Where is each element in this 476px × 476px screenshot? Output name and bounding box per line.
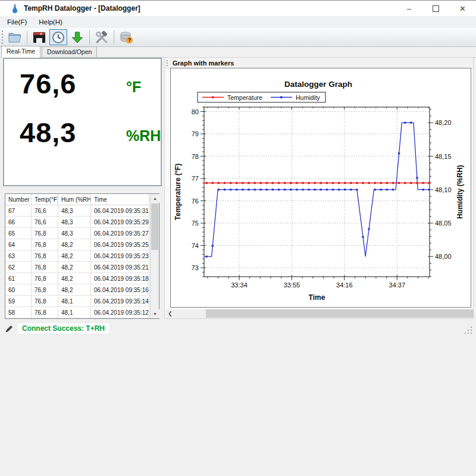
table-cell: 48,2 — [58, 273, 91, 284]
table-row[interactable]: 6076,848,206.04.2019 09:35:16 — [5, 284, 159, 296]
table-cell: 76,8 — [32, 239, 58, 250]
col-number[interactable]: Number — [5, 194, 32, 205]
svg-text:48,15: 48,15 — [435, 153, 452, 160]
graph-horizontal-scrollbar[interactable]: ❮ ❯ — [165, 309, 473, 318]
realtime-clock-button[interactable] — [49, 29, 67, 45]
scroll-down-icon[interactable]: ▼ — [151, 309, 159, 318]
svg-text:73: 73 — [192, 264, 199, 271]
table-row[interactable]: 6676,648,306.04.2019 09:35:29 — [5, 217, 159, 228]
table-cell: 06.04.2019 09:35:25 — [91, 239, 149, 250]
graph-panel: Graph with markers 737475767778798048,00… — [164, 57, 474, 319]
tools-settings-icon — [95, 30, 109, 45]
connector-pen-icon — [5, 324, 14, 333]
table-cell: 06.04.2019 09:35:16 — [91, 284, 149, 296]
svg-text:Time: Time — [309, 293, 325, 302]
temperature-unit: °F — [126, 79, 141, 96]
settings-tools-button[interactable] — [93, 29, 111, 45]
table-cell: 76,8 — [32, 262, 58, 273]
table-cell: 76,8 — [32, 284, 58, 296]
svg-text:75: 75 — [192, 220, 199, 227]
table-cell: 48,3 — [58, 205, 91, 217]
table-header: Number Temp(°F) Hum (%RH) Time — [5, 194, 159, 205]
svg-text:?: ? — [128, 37, 131, 43]
table-cell: 06.04.2019 09:35:31 — [91, 205, 149, 217]
save-button[interactable] — [30, 29, 48, 45]
device-info-button[interactable]: ? — [117, 29, 135, 45]
clock-realtime-icon — [51, 30, 65, 45]
table-cell: 48,2 — [58, 262, 91, 273]
toolbar-separator — [27, 30, 27, 45]
table-row[interactable]: 6776,648,306.04.2019 09:35:31 — [5, 205, 159, 217]
graph-panel-header: Graph with markers — [165, 58, 473, 68]
toolbar-grip[interactable] — [1, 30, 5, 45]
database-help-icon: ? — [119, 30, 133, 45]
scrollbar-thumb[interactable] — [151, 203, 158, 250]
svg-text:78: 78 — [192, 153, 199, 160]
table-cell: 65 — [5, 228, 32, 239]
table-cell: 76,8 — [32, 228, 58, 239]
scrollbar-thumb[interactable] — [206, 309, 474, 318]
maximize-icon — [433, 5, 439, 12]
table-cell: 06.04.2019 09:35:18 — [91, 273, 149, 284]
download-button[interactable] — [68, 29, 86, 45]
table-cell: 62 — [5, 262, 32, 273]
svg-text:34:16: 34:16 — [336, 281, 353, 289]
temperature-value: 76,6 — [20, 67, 76, 100]
table-cell: 48,3 — [58, 228, 91, 239]
svg-text:74: 74 — [192, 242, 199, 249]
save-floppy-icon — [32, 30, 46, 45]
svg-text:80: 80 — [192, 108, 199, 115]
svg-text:48,20: 48,20 — [435, 119, 452, 126]
svg-text:33:34: 33:34 — [231, 281, 248, 289]
tab-real-time[interactable]: Real-Time — [1, 46, 40, 58]
table-cell: 48,2 — [58, 239, 91, 250]
scrollbar-track[interactable] — [175, 309, 464, 318]
table-vertical-scrollbar[interactable]: ▲ ▼ — [150, 194, 159, 318]
live-readout-panel: 76,6 °F 48,3 %RH — [3, 58, 162, 186]
status-message: Connect Success: T+RH — [17, 322, 110, 334]
table-row[interactable]: 6276,848,206.04.2019 09:35:21 — [5, 262, 159, 273]
table-row[interactable]: 6376,848,206.04.2019 09:35:23 — [5, 250, 159, 262]
table-cell: 76,6 — [32, 217, 58, 228]
chart-canvas: 737475767778798048,0048,0548,1048,1548,2… — [171, 68, 471, 307]
table-cell: 64 — [5, 239, 32, 250]
table-body: 6776,648,306.04.2019 09:35:316676,648,30… — [5, 205, 159, 318]
col-temp[interactable]: Temp(°F) — [32, 194, 58, 205]
table-cell: 06.04.2019 09:35:23 — [91, 250, 149, 262]
table-cell: 61 — [5, 273, 32, 284]
table-cell: 67 — [5, 205, 32, 217]
svg-text:79: 79 — [192, 130, 199, 137]
table-cell: 59 — [5, 296, 32, 307]
scroll-left-icon[interactable]: ❮ — [165, 309, 175, 318]
menu-bar: File(F) Help(H) — [0, 16, 476, 28]
table-row[interactable]: 6476,848,206.04.2019 09:35:25 — [5, 239, 159, 250]
resize-grip[interactable] — [464, 325, 473, 335]
app-window: TempRH Datalogger - [Datalogger] – ✕ Fil… — [0, 0, 476, 476]
table-cell: 48,1 — [58, 296, 91, 307]
toolbar-separator — [89, 30, 90, 45]
col-hum[interactable]: Hum (%RH) — [58, 194, 91, 205]
datalogger-chart: 737475767778798048,0048,0548,1048,1548,2… — [170, 68, 471, 308]
table-cell: 06.04.2019 09:35:14 — [91, 296, 149, 307]
download-arrow-icon — [70, 30, 84, 45]
title-bar: TempRH Datalogger - [Datalogger] – ✕ — [0, 1, 476, 16]
menu-help[interactable]: Help(H) — [33, 18, 68, 26]
minimize-button[interactable]: – — [396, 1, 422, 16]
table-cell: 48,2 — [58, 284, 91, 296]
menu-file[interactable]: File(F) — [0, 18, 33, 26]
panel-grip[interactable] — [166, 60, 169, 67]
scroll-up-icon[interactable]: ▲ — [151, 194, 159, 203]
table-cell: 48,3 — [58, 217, 91, 228]
table-row[interactable]: 5976,848,106.04.2019 09:35:14 — [5, 296, 159, 307]
open-file-button[interactable] — [6, 29, 24, 45]
table-cell: 58 — [5, 307, 32, 318]
tab-download-open[interactable]: Download/Open — [42, 46, 97, 57]
table-row[interactable]: 6576,848,306.04.2019 09:35:27 — [5, 228, 159, 239]
close-button[interactable]: ✕ — [449, 1, 476, 16]
maximize-button[interactable] — [422, 1, 449, 16]
table-cell: 48,1 — [58, 307, 91, 318]
col-time[interactable]: Time — [91, 194, 149, 205]
table-row[interactable]: 5876,848,106.04.2019 09:35:12 — [5, 307, 159, 318]
app-icon — [10, 4, 20, 13]
table-row[interactable]: 6176,848,206.04.2019 09:35:18 — [5, 273, 159, 284]
